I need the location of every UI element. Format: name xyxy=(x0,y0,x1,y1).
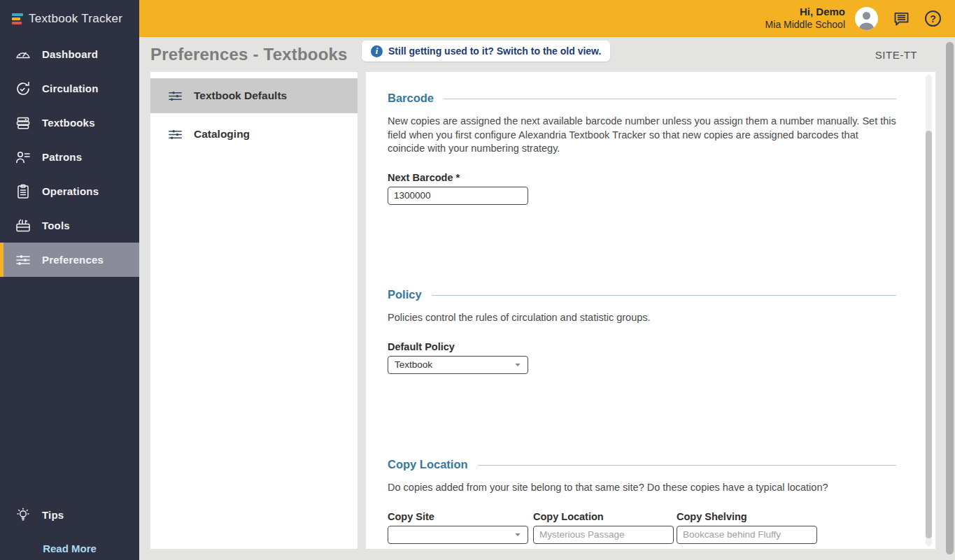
page-scrollbar-thumb[interactable] xyxy=(946,42,954,554)
person-silhouette-icon xyxy=(855,7,878,30)
page-scrollbar-track xyxy=(946,40,954,558)
barcode-section: Barcode New copies are assigned the next… xyxy=(388,92,896,205)
copy-location-description: Do copies added from your site belong to… xyxy=(388,481,896,495)
sidebar-item-textbooks[interactable]: Textbooks xyxy=(0,106,139,140)
policy-section-title: Policy xyxy=(388,288,422,301)
greeting-name: Hi, Demo xyxy=(765,6,845,19)
default-policy-select[interactable]: Textbook ▼ xyxy=(388,356,528,374)
site-code-label: SITE-TT xyxy=(875,49,917,61)
read-more-link[interactable]: Read More xyxy=(0,543,139,554)
copy-shelving-input[interactable] xyxy=(677,526,817,544)
sidebar-item-label: Tips xyxy=(42,509,64,521)
section-divider xyxy=(444,99,896,99)
default-policy-label: Default Policy xyxy=(388,341,896,352)
next-barcode-input[interactable] xyxy=(388,187,528,205)
chevron-down-icon: ▼ xyxy=(514,532,522,537)
sidebar-item-label: Dashboard xyxy=(42,48,98,60)
sliders-icon xyxy=(15,252,31,268)
help-icon: ? xyxy=(925,10,941,27)
copy-shelving-label: Copy Shelving xyxy=(677,511,817,522)
logo-bars-icon xyxy=(12,13,23,24)
copy-location-label: Copy Location xyxy=(533,511,674,522)
default-policy-value: Textbook xyxy=(395,359,432,370)
sidebar: Textbook Tracker Dashboard Circulation xyxy=(0,0,139,560)
copy-location-section: Copy Location Do copies added from your … xyxy=(388,458,896,552)
policy-description: Policies control the rules of circulatio… xyxy=(388,311,896,325)
sidebar-item-preferences[interactable]: Preferences xyxy=(0,243,139,277)
barcode-section-title: Barcode xyxy=(388,92,434,105)
chevron-down-icon: ▼ xyxy=(514,362,522,367)
sliders-icon xyxy=(167,88,183,104)
sidebar-item-label: Tools xyxy=(42,220,70,231)
user-avatar[interactable] xyxy=(855,7,878,30)
settings-content-panel: Barcode New copies are assigned the next… xyxy=(366,72,935,549)
preferences-subnav: Textbook Defaults Cataloging xyxy=(150,72,358,549)
section-divider xyxy=(432,295,896,296)
sidebar-item-label: Patrons xyxy=(42,151,82,163)
policy-section: Policy Policies control the rules of cir… xyxy=(388,288,896,374)
info-icon: i xyxy=(371,45,383,57)
lightbulb-icon xyxy=(15,507,31,524)
sidebar-item-dashboard[interactable]: Dashboard xyxy=(0,37,139,71)
app-title: Textbook Tracker xyxy=(29,12,122,26)
sidebar-item-label: Circulation xyxy=(42,82,99,94)
circulation-arrows-icon xyxy=(15,80,31,97)
copy-site-select[interactable]: ▼ xyxy=(388,526,528,544)
page-title: Preferences - Textbooks xyxy=(150,45,348,64)
section-divider xyxy=(478,465,896,466)
next-barcode-label: Next Barcode * xyxy=(388,172,896,183)
switch-old-view-banner[interactable]: i Still getting used to it? Switch to th… xyxy=(362,41,610,62)
content-scrollbar-track xyxy=(926,75,932,546)
sidebar-item-label: Operations xyxy=(42,185,99,197)
books-stack-icon xyxy=(15,115,31,131)
sidebar-item-tips[interactable]: Tips xyxy=(0,498,139,532)
dashboard-gauge-icon xyxy=(15,46,31,63)
sliders-icon xyxy=(167,127,183,143)
user-greeting: Hi, Demo Mia Middle School xyxy=(765,6,845,31)
content-scrollbar-thumb[interactable] xyxy=(926,131,932,538)
chat-bubble-icon xyxy=(892,9,911,28)
copy-location-section-title: Copy Location xyxy=(388,458,468,471)
copy-location-input[interactable] xyxy=(533,526,674,544)
toolbox-icon xyxy=(15,217,31,234)
app-logo[interactable]: Textbook Tracker xyxy=(0,0,139,37)
page-header: Preferences - Textbooks i Still getting … xyxy=(139,37,955,72)
barcode-description: New copies are assigned the next availab… xyxy=(388,115,896,156)
sidebar-item-label: Preferences xyxy=(42,254,104,266)
patron-person-icon xyxy=(15,149,31,166)
subnav-item-label: Cataloging xyxy=(194,128,250,141)
clipboard-icon xyxy=(15,183,31,200)
messages-button[interactable] xyxy=(892,9,911,28)
subnav-item-label: Textbook Defaults xyxy=(194,89,287,102)
sidebar-item-patrons[interactable]: Patrons xyxy=(0,140,139,174)
subnav-item-textbook-defaults[interactable]: Textbook Defaults xyxy=(150,78,358,113)
site-name: Mia Middle School xyxy=(765,19,845,31)
sidebar-item-circulation[interactable]: Circulation xyxy=(0,71,139,106)
help-button[interactable]: ? xyxy=(925,10,941,27)
subnav-item-cataloging[interactable]: Cataloging xyxy=(150,117,358,152)
topbar: Hi, Demo Mia Middle School ? xyxy=(0,0,955,37)
copy-site-label: Copy Site xyxy=(388,511,528,522)
sidebar-item-tools[interactable]: Tools xyxy=(0,208,139,243)
sidebar-item-label: Textbooks xyxy=(42,117,95,129)
sidebar-item-operations[interactable]: Operations xyxy=(0,174,139,208)
banner-text: Still getting used to it? Switch to the … xyxy=(388,45,601,57)
